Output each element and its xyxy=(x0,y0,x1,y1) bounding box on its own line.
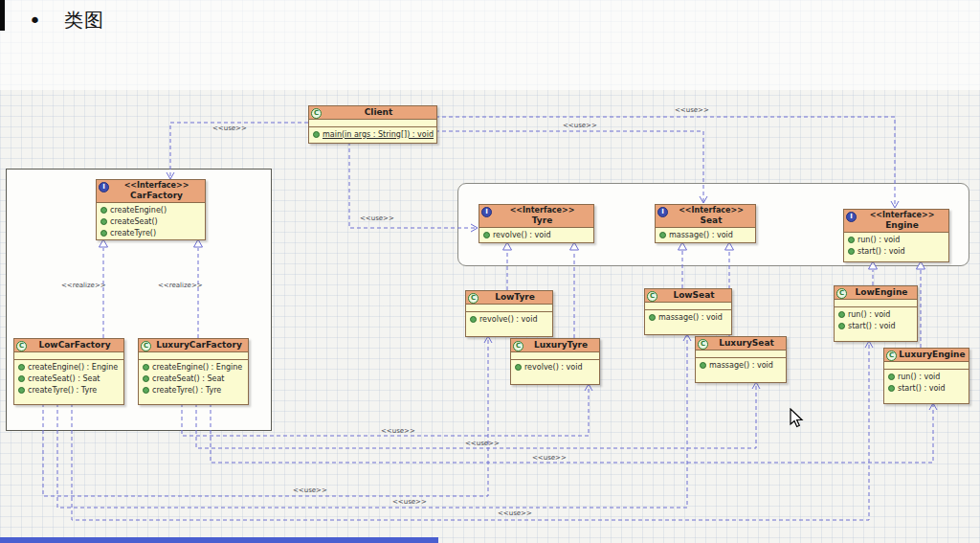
public-method-icon xyxy=(848,248,855,255)
class-title: LuxuryCarFactory xyxy=(152,340,246,351)
page-title: 类图 xyxy=(64,8,104,34)
stereotype-label: <<Interface>> xyxy=(858,211,947,220)
public-method-icon xyxy=(888,385,895,392)
public-method-icon xyxy=(313,131,320,138)
method-row: massage() : void xyxy=(696,359,786,371)
fields-section xyxy=(835,300,917,307)
use-label-luxury-seat: <<use>> xyxy=(465,440,500,447)
class-icon: C xyxy=(141,341,151,351)
public-method-icon xyxy=(659,232,666,238)
class-title: LowSeat xyxy=(658,290,729,301)
interface-header: I <<Interface>> Seat xyxy=(656,205,755,228)
method-label: run() : void xyxy=(898,373,940,381)
class-icon: C xyxy=(836,288,847,299)
method-row: createTyre() xyxy=(97,227,205,238)
methods-section: revolve() : void xyxy=(466,312,552,336)
public-method-icon xyxy=(848,237,855,243)
method-label: run() : void xyxy=(858,236,900,244)
class-icon: C xyxy=(16,341,27,351)
realize-label-lowcarfactory: <<realize>> xyxy=(61,282,106,289)
method-label: createEngine() : Engine xyxy=(152,363,242,372)
class-header: C LuxuryTyre xyxy=(511,339,599,352)
class-title: LuxuryTyre xyxy=(524,340,597,351)
class-box-luxurycarfactory[interactable]: C LuxuryCarFactory createEngine() : Engi… xyxy=(138,338,249,405)
public-method-icon xyxy=(470,316,477,323)
methods-section: run() : void start() : void xyxy=(844,233,948,261)
method-label: createEngine() : Engine xyxy=(28,363,118,372)
public-method-icon xyxy=(143,375,149,382)
interface-box-engine[interactable]: I <<Interface>> Engine run() : void star… xyxy=(843,209,949,262)
method-row: createSeat() : Seat xyxy=(139,373,248,384)
public-method-icon xyxy=(100,207,107,214)
fields-section xyxy=(309,120,436,127)
public-method-icon xyxy=(483,232,490,238)
method-row: massage() : void xyxy=(645,311,731,323)
method-label: revolve() : void xyxy=(493,231,551,239)
method-row: run() : void xyxy=(844,234,948,245)
public-method-icon xyxy=(649,314,656,321)
public-method-icon xyxy=(515,364,522,371)
class-box-client[interactable]: C Client main(in args : String[]) : void xyxy=(308,105,437,144)
public-method-icon xyxy=(838,311,845,318)
method-label: createTyre() : Tyre xyxy=(28,386,97,395)
method-row: massage() : void xyxy=(656,229,755,240)
method-row: revolve() : void xyxy=(466,313,552,325)
use-label-client-tyre: <<use>> xyxy=(360,215,394,222)
method-row: createTyre() : Tyre xyxy=(14,384,123,396)
bullet-icon: • xyxy=(29,9,41,34)
public-method-icon xyxy=(700,362,706,369)
class-box-lowcarfactory[interactable]: C LowCarFactory createEngine() : Engine … xyxy=(13,338,124,405)
use-label-luxury-engine: <<use>> xyxy=(532,454,567,462)
method-label: createEngine() xyxy=(110,206,167,215)
interface-icon: I xyxy=(481,207,492,217)
class-header: C LowSeat xyxy=(645,289,731,303)
method-row: createEngine() : Engine xyxy=(139,361,248,373)
class-box-lowseat[interactable]: C LowSeat massage() : void xyxy=(644,288,732,335)
public-method-icon xyxy=(838,323,845,329)
public-method-icon xyxy=(18,375,25,382)
interface-box-seat[interactable]: I <<Interface>> Seat massage() : void xyxy=(655,204,756,243)
window-edge-bar xyxy=(0,537,438,543)
public-method-icon xyxy=(143,387,149,394)
fields-section xyxy=(884,362,969,370)
realize-label-luxurycarfactory: <<realize>> xyxy=(158,282,203,289)
method-label: createTyre() : Tyre xyxy=(152,386,221,395)
interface-icon: I xyxy=(657,207,668,217)
class-box-luxuryseat[interactable]: C LuxurySeat massage() : void xyxy=(695,336,787,383)
method-label: main(in args : String[]) : void xyxy=(323,130,434,139)
public-method-icon xyxy=(143,364,149,371)
method-label: createSeat() xyxy=(110,217,158,226)
class-header: C LowTyre xyxy=(466,291,552,305)
class-icon: C xyxy=(647,291,657,302)
class-box-luxurytyre[interactable]: C LuxuryTyre revolve() : void xyxy=(510,338,600,385)
uml-edges xyxy=(0,0,980,543)
class-title: LowCarFactory xyxy=(28,340,122,351)
interface-title: Engine xyxy=(858,220,947,231)
screen-edge-bar xyxy=(0,0,5,31)
class-icon: C xyxy=(513,341,523,351)
public-method-icon xyxy=(100,230,107,237)
class-icon: C xyxy=(698,339,708,350)
class-box-luxuryengine[interactable]: C LuxuryEngine run() : void start() : vo… xyxy=(883,348,969,404)
use-label-low-tyre: <<use>> xyxy=(293,486,327,494)
interface-icon: I xyxy=(846,212,857,222)
interface-box-tyre[interactable]: I <<Interface>> Tyre revolve() : void xyxy=(479,204,594,243)
public-method-icon xyxy=(18,364,25,371)
interface-icon: I xyxy=(99,182,109,192)
interface-box-carfactory[interactable]: I <<Interface>> CarFactory createEngine(… xyxy=(96,179,206,240)
class-title: LuxurySeat xyxy=(709,338,784,349)
class-box-lowengine[interactable]: C LowEngine run() : void start() : void xyxy=(834,285,918,342)
interface-header: I <<Interface>> Tyre xyxy=(479,205,593,228)
method-row: createSeat() xyxy=(97,215,205,227)
class-title: LuxuryEngine xyxy=(898,350,967,360)
method-row: createEngine() xyxy=(97,204,205,215)
class-title: LowTyre xyxy=(479,292,550,303)
interface-header: I <<Interface>> CarFactory xyxy=(97,180,205,203)
class-title: Client xyxy=(323,107,434,118)
interface-title: Tyre xyxy=(493,215,591,226)
methods-section: createEngine() : Engine createSeat() : S… xyxy=(139,360,248,404)
methods-section: createEngine() : Engine createSeat() : S… xyxy=(14,360,123,404)
method-row: revolve() : void xyxy=(511,361,599,373)
fields-section xyxy=(139,352,248,360)
class-box-lowtyre[interactable]: C LowTyre revolve() : void xyxy=(465,290,553,337)
